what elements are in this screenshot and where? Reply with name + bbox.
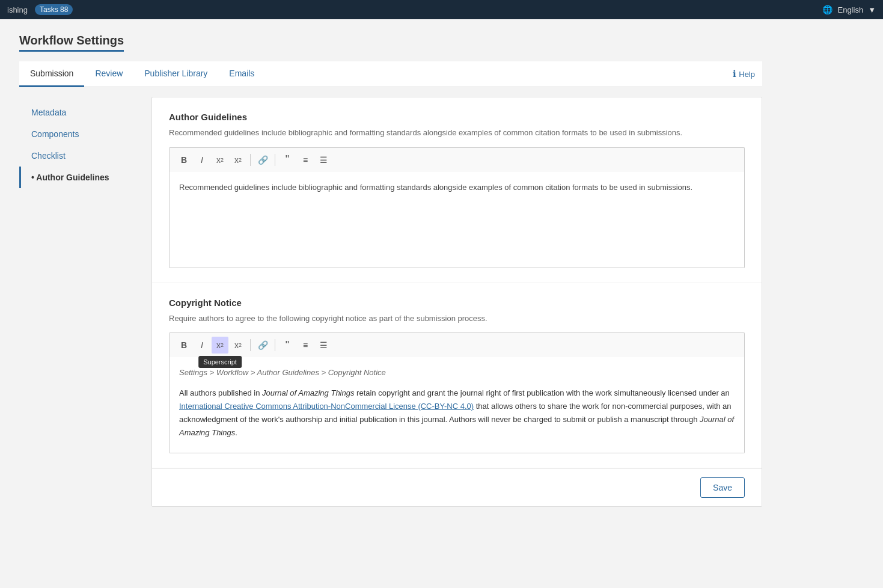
author-guidelines-title: Author Guidelines bbox=[169, 112, 745, 122]
sidebar: Metadata Components Checklist Author Gui… bbox=[19, 97, 151, 507]
copyright-body-text: All authors published in Journal of Amaz… bbox=[179, 387, 735, 439]
copyright-notice-title: Copyright Notice bbox=[169, 298, 745, 308]
link-button[interactable]: 🔗 bbox=[254, 152, 271, 168]
tab-emails[interactable]: Emails bbox=[218, 61, 265, 87]
topbar-right: 🌐 English ▼ bbox=[822, 5, 876, 14]
copyright-link-button[interactable]: 🔗 bbox=[254, 337, 271, 354]
subscript-button[interactable]: x2 bbox=[230, 152, 246, 168]
author-guidelines-toolbar: B I x2 x2 🔗 " ≡ ☰ bbox=[169, 147, 745, 172]
copyright-ordered-list-button[interactable]: ≡ bbox=[297, 337, 314, 354]
save-bar: Save bbox=[152, 468, 762, 506]
toolbar-separator-2 bbox=[275, 154, 275, 166]
content-area: Metadata Components Checklist Author Gui… bbox=[19, 87, 762, 516]
tasks-badge[interactable]: Tasks 88 bbox=[35, 4, 73, 15]
unordered-list-button[interactable]: ☰ bbox=[315, 152, 332, 168]
main-panel: Author Guidelines Recommended guidelines… bbox=[151, 97, 762, 507]
copyright-notice-section: Copyright Notice Require authors to agre… bbox=[152, 283, 762, 469]
globe-icon: 🌐 bbox=[822, 5, 833, 14]
toolbar-separator-1 bbox=[250, 154, 251, 166]
author-guidelines-editor[interactable]: Recommended guidelines include bibliogra… bbox=[169, 172, 745, 268]
language-label: English bbox=[837, 5, 863, 14]
ordered-list-button[interactable]: ≡ bbox=[297, 152, 314, 168]
blockquote-button[interactable]: " bbox=[279, 152, 296, 168]
copyright-subscript-button[interactable]: x2 bbox=[230, 337, 246, 354]
copyright-unordered-list-button[interactable]: ☰ bbox=[315, 337, 332, 354]
topbar: ishing Tasks 88 🌐 English ▼ bbox=[0, 0, 883, 19]
superscript-tooltip: Superscript bbox=[198, 356, 242, 368]
sidebar-item-author-guidelines[interactable]: Author Guidelines bbox=[19, 167, 151, 188]
copyright-superscript-button[interactable]: x2 Superscript bbox=[212, 337, 228, 354]
copyright-toolbar-separator-1 bbox=[250, 339, 251, 351]
info-icon: ℹ bbox=[733, 69, 736, 79]
copyright-notice-description: Require authors to agree to the followin… bbox=[169, 313, 745, 325]
author-guidelines-description: Recommended guidelines include bibliogra… bbox=[169, 127, 745, 139]
sidebar-item-components[interactable]: Components bbox=[19, 123, 151, 145]
app-name: ishing bbox=[7, 5, 28, 14]
copyright-blockquote-button[interactable]: " bbox=[279, 337, 296, 354]
copyright-toolbar-separator-2 bbox=[275, 339, 275, 351]
copyright-italic-button[interactable]: I bbox=[194, 337, 210, 354]
tab-submission[interactable]: Submission bbox=[19, 61, 84, 87]
main-container: Workflow Settings Submission Review Publ… bbox=[0, 19, 781, 531]
sidebar-item-checklist[interactable]: Checklist bbox=[19, 145, 151, 167]
tab-publisher-library[interactable]: Publisher Library bbox=[133, 61, 218, 87]
topbar-left: ishing Tasks 88 bbox=[7, 4, 73, 15]
page-title: Workflow Settings bbox=[19, 34, 762, 52]
save-button[interactable]: Save bbox=[700, 477, 745, 498]
help-button[interactable]: ℹ Help bbox=[726, 65, 762, 83]
sidebar-item-metadata[interactable]: Metadata bbox=[19, 102, 151, 123]
author-guidelines-content: Recommended guidelines include bibliogra… bbox=[179, 182, 735, 194]
superscript-button[interactable]: x2 bbox=[212, 152, 228, 168]
author-guidelines-section: Author Guidelines Recommended guidelines… bbox=[152, 97, 762, 283]
copyright-bold-button[interactable]: B bbox=[176, 337, 192, 354]
bold-button[interactable]: B bbox=[176, 152, 192, 168]
copyright-notice-editor[interactable]: Settings > Workflow > Author Guidelines … bbox=[169, 357, 745, 453]
tabs-bar: Submission Review Publisher Library Emai… bbox=[19, 61, 762, 87]
copyright-breadcrumb: Settings > Workflow > Author Guidelines … bbox=[179, 367, 735, 379]
chevron-down-icon: ▼ bbox=[868, 5, 876, 14]
italic-button[interactable]: I bbox=[194, 152, 210, 168]
copyright-notice-toolbar: B I x2 Superscript x2 🔗 " ≡ ☰ bbox=[169, 332, 745, 357]
tab-review[interactable]: Review bbox=[84, 61, 133, 87]
license-link[interactable]: International Creative Commons Attributi… bbox=[179, 402, 474, 411]
